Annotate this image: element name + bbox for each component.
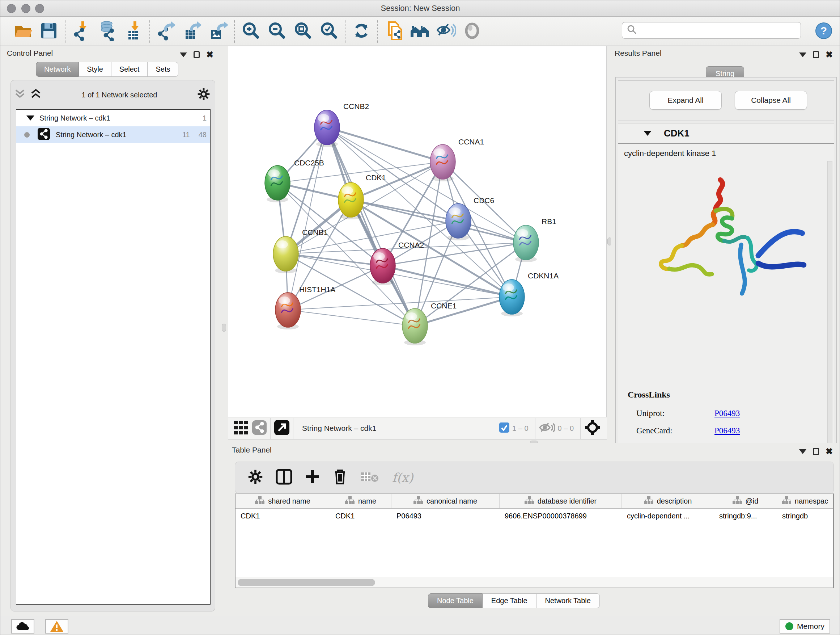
help-button[interactable]: ? (815, 22, 832, 40)
network-canvas[interactable]: CCNB2 CCNA1 CDC25B CDK1 CDC6 RB1 CCNB1 (228, 46, 607, 417)
save-session-button[interactable] (36, 19, 62, 43)
network-node-CCNE1[interactable]: CCNE1 (402, 302, 456, 345)
network-edge[interactable] (327, 127, 443, 162)
column-header-canonical-name[interactable]: canonical name (392, 494, 500, 508)
hide-selected-button[interactable] (433, 19, 459, 43)
table-cell[interactable]: CDK1 (235, 509, 330, 525)
table-cell[interactable]: P06493 (392, 509, 500, 525)
search-input[interactable] (622, 22, 801, 39)
collapse-all-button[interactable]: Collapse All (735, 91, 807, 110)
network-collection-row[interactable]: String Network – cdk1 1 (16, 110, 210, 126)
gene-entry-header[interactable]: CDK1 (618, 124, 834, 144)
export-table-button[interactable] (179, 19, 205, 43)
crosslink-link[interactable]: P06493 (714, 426, 740, 435)
table-cell[interactable]: cyclin-dependent ... (622, 509, 714, 525)
zoom-selected-icon (319, 21, 339, 42)
network-edge[interactable] (288, 310, 415, 326)
entry-expanded-icon[interactable] (644, 131, 652, 136)
open-session-icon (13, 21, 33, 42)
tab-network[interactable]: Network (36, 62, 79, 77)
close-panel-icon[interactable]: ✖ (826, 447, 833, 456)
left-splitter-grip[interactable] (222, 324, 226, 332)
export-image-button[interactable] (205, 19, 231, 43)
import-network-file-button[interactable] (68, 19, 95, 43)
network-options-gear-icon[interactable] (197, 88, 210, 102)
network-node-CCNB2[interactable]: CCNB2 (314, 102, 369, 147)
tab-network-table[interactable]: Network Table (537, 593, 600, 608)
warnings-button[interactable] (45, 619, 68, 633)
open-session-button[interactable] (10, 19, 36, 43)
table-row[interactable]: CDK1CDK1P064939606.ENSP00000378699cyclin… (235, 509, 833, 525)
network-node-CDKN1A[interactable]: CDKN1A (499, 272, 559, 317)
crosslink-link[interactable]: P06493 (714, 409, 740, 418)
zoom-selected-button[interactable] (316, 19, 342, 43)
cloud-button[interactable] (11, 619, 34, 633)
import-network-file-icon (71, 21, 92, 42)
refresh-layout-button[interactable] (348, 19, 374, 43)
zoom-in-button[interactable] (238, 19, 264, 43)
table-cell[interactable]: stringdb (777, 509, 833, 525)
memory-button[interactable]: Memory (780, 619, 830, 633)
column-header--id[interactable]: @id (714, 494, 777, 508)
tab-style[interactable]: Style (79, 62, 111, 77)
export-network-button[interactable] (153, 19, 179, 43)
column-header-namespac[interactable]: namespac (777, 494, 833, 508)
table-cell[interactable]: stringdb:9... (714, 509, 777, 525)
column-header-name[interactable]: name (330, 494, 392, 508)
add-column-icon[interactable] (305, 470, 320, 486)
network-row[interactable]: String Network – cdk1 11 48 (16, 126, 210, 143)
table-horizontal-scrollbar[interactable] (235, 577, 833, 587)
zoom-out-button[interactable] (264, 19, 290, 43)
duplicate-network-button[interactable] (381, 19, 407, 43)
collapse-panel-icon[interactable] (180, 52, 187, 57)
network-edge[interactable] (415, 297, 512, 326)
gene-symbol: CDK1 (664, 128, 690, 139)
network-edge[interactable] (286, 254, 383, 266)
tab-edge-table[interactable]: Edge Table (483, 593, 537, 608)
collapse-panel-icon[interactable] (799, 52, 806, 57)
network-edge[interactable] (288, 127, 327, 310)
first-neighbors-button[interactable] (407, 19, 433, 43)
collection-expanded-icon[interactable] (27, 116, 34, 120)
column-header-shared-name[interactable]: shared name (235, 494, 330, 508)
results-vertical-scrollbar[interactable] (827, 161, 832, 464)
grid-view-icon[interactable] (234, 421, 248, 436)
network-node-RB1[interactable]: RB1 (513, 217, 556, 262)
string-network-icon[interactable] (252, 420, 267, 436)
show-columns-icon[interactable] (276, 469, 292, 486)
close-panel-icon[interactable]: ✖ (826, 50, 833, 59)
tab-sets[interactable]: Sets (148, 62, 178, 77)
float-panel-icon[interactable] (813, 448, 819, 455)
column-header-description[interactable]: description (622, 494, 714, 508)
node-table[interactable]: shared name name canonical name database… (235, 494, 834, 588)
selected-checkbox-icon[interactable] (499, 423, 509, 434)
table-cell[interactable]: 9606.ENSP00000378699 (500, 509, 622, 525)
table-settings-gear-icon[interactable] (248, 470, 263, 486)
import-table-file-button[interactable] (120, 19, 147, 43)
float-panel-icon[interactable] (194, 51, 200, 58)
collection-count: 1 (202, 114, 207, 122)
network-edge[interactable] (327, 127, 415, 326)
expand-all-networks-icon[interactable] (14, 88, 25, 102)
column-header-label: description (657, 497, 692, 505)
open-in-browser-icon[interactable] (274, 420, 289, 437)
column-header-database-identifier[interactable]: database identifier (500, 494, 622, 508)
delete-column-icon[interactable] (333, 469, 347, 486)
network-node-CCNA1[interactable]: CCNA1 (430, 138, 484, 181)
close-panel-icon[interactable]: ✖ (206, 50, 213, 59)
expand-all-button[interactable]: Expand All (649, 91, 722, 110)
zoom-fit-button[interactable] (290, 19, 316, 43)
scrollbar-thumb[interactable] (238, 579, 375, 586)
import-network-database-button[interactable] (95, 19, 120, 43)
tab-select[interactable]: Select (111, 62, 148, 77)
show-all-button[interactable] (459, 19, 485, 43)
node-label: HIST1H1A (299, 285, 335, 294)
float-panel-icon[interactable] (813, 51, 819, 58)
results-panel: Results Panel ✖ String Expand All Collap… (611, 47, 840, 441)
collapse-all-networks-icon[interactable] (30, 88, 41, 102)
table-cell[interactable]: CDK1 (330, 509, 392, 525)
collapse-panel-icon[interactable] (799, 449, 806, 454)
network-edge[interactable] (383, 266, 512, 297)
fit-selected-crosshair-icon[interactable] (584, 419, 601, 437)
tab-node-table[interactable]: Node Table (428, 593, 483, 608)
